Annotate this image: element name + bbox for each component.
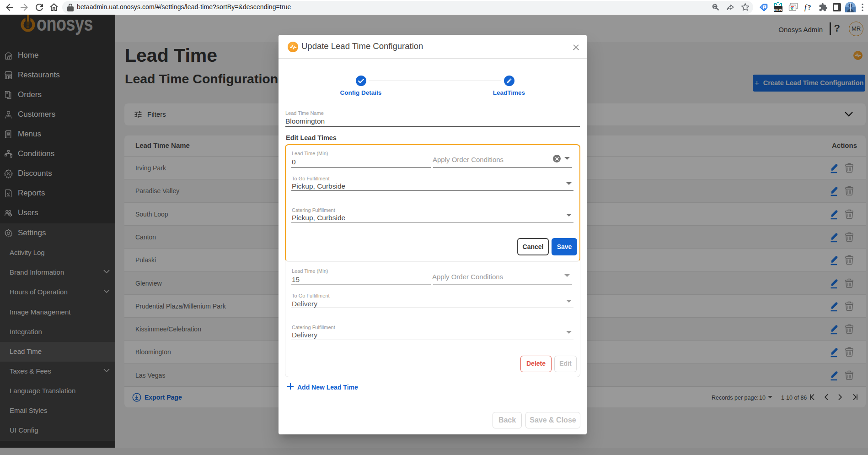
- svg-text:1: 1: [763, 5, 766, 10]
- svg-text:NEW: NEW: [774, 8, 782, 12]
- svg-text:f: f: [804, 3, 808, 11]
- svg-text:?: ?: [808, 4, 811, 11]
